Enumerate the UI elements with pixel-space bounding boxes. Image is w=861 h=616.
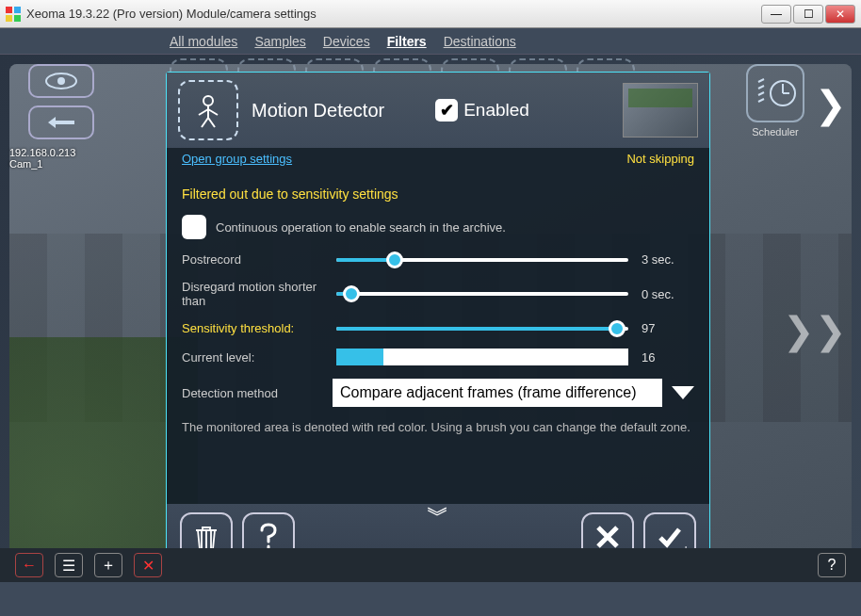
- top-nav: All modules Samples Devices Filters Dest…: [0, 28, 861, 55]
- bottom-toolbar: ← ☰ ＋ ✕ ?: [0, 548, 861, 582]
- maximize-button[interactable]: ☐: [793, 5, 823, 24]
- nav-samples[interactable]: Samples: [254, 34, 305, 49]
- eye-icon: [42, 72, 80, 90]
- enabled-checkbox[interactable]: ✔: [435, 99, 458, 122]
- svg-rect-2: [6, 15, 12, 22]
- back-icon-button[interactable]: [28, 105, 94, 139]
- detection-method-label: Detection method: [182, 386, 323, 400]
- current-level-value: 16: [642, 350, 694, 365]
- svg-rect-1: [14, 7, 21, 13]
- dialog-title: Motion Detector: [252, 100, 384, 122]
- motion-detector-dialog: Motion Detector ✔ Enabled Open group set…: [166, 72, 710, 571]
- disregard-label: Disregard motion shorter than: [182, 280, 323, 308]
- app-icon: [6, 7, 21, 22]
- minimize-button[interactable]: —: [761, 5, 791, 24]
- postrecord-slider[interactable]: [336, 258, 628, 262]
- back-button[interactable]: ←: [15, 553, 43, 577]
- back-arrow-icon: [42, 113, 80, 132]
- eye-icon-button[interactable]: [28, 64, 94, 98]
- scheduler-label: Scheduler: [752, 126, 799, 138]
- motion-detector-icon: [178, 80, 238, 140]
- trash-icon: [193, 523, 219, 551]
- postrecord-value: 3 sec.: [642, 252, 694, 267]
- open-group-settings-link[interactable]: Open group settings: [182, 152, 292, 166]
- scheduler-icon: [746, 64, 804, 122]
- skip-status: Not skipping: [626, 152, 694, 166]
- postrecord-label: Postrecord: [182, 252, 323, 267]
- detection-method-select[interactable]: Compare adjacent frames (frame differenc…: [333, 379, 662, 407]
- delete-x-button[interactable]: ✕: [134, 553, 162, 577]
- list-button[interactable]: ☰: [55, 553, 83, 577]
- enabled-label: Enabled: [463, 100, 529, 121]
- filtered-message: Filtered out due to sensitivity settings: [182, 186, 694, 202]
- scheduler-module[interactable]: Scheduler: [746, 64, 804, 138]
- window-title: Xeoma 19.3.22 (Pro version) Module/camer…: [26, 7, 761, 21]
- sensitivity-value: 97: [642, 321, 694, 335]
- close-icon: [594, 524, 621, 550]
- current-level-label: Current level:: [182, 350, 323, 365]
- close-button[interactable]: ✕: [825, 5, 855, 24]
- nav-filters[interactable]: Filters: [387, 34, 427, 49]
- chevron-down-icon: ︾: [427, 500, 449, 530]
- svg-point-9: [203, 96, 213, 105]
- svg-rect-3: [14, 15, 21, 22]
- nav-all-modules[interactable]: All modules: [170, 34, 237, 49]
- svg-rect-0: [6, 7, 12, 13]
- svg-point-5: [57, 77, 65, 85]
- disregard-slider[interactable]: [336, 292, 628, 296]
- camera-ip: 192.168.0.213: [9, 147, 75, 158]
- window-titlebar: Xeoma 19.3.22 (Pro version) Module/camer…: [0, 0, 861, 28]
- sensitivity-slider[interactable]: [336, 327, 628, 331]
- sensitivity-label: Sensitivity threshold:: [182, 321, 323, 335]
- question-icon: [258, 523, 279, 551]
- dropdown-arrow-icon[interactable]: [672, 386, 694, 399]
- nav-devices[interactable]: Devices: [323, 34, 370, 49]
- disregard-value: 0 sec.: [642, 287, 694, 301]
- nav-destinations[interactable]: Destinations: [444, 34, 516, 49]
- add-button[interactable]: ＋: [94, 553, 122, 577]
- camera-name: Cam_1: [9, 158, 75, 170]
- camera-preview-thumbnail[interactable]: [623, 83, 698, 138]
- continuous-checkbox[interactable]: [182, 215, 206, 239]
- continuous-label: Continuous operation to enable search in…: [216, 220, 506, 235]
- help-icon-button[interactable]: ?: [818, 553, 846, 577]
- camera-label: 192.168.0.213 Cam_1: [9, 147, 75, 170]
- zone-note: The monitored area is denoted with red c…: [182, 420, 694, 436]
- workspace: 192.168.0.213 Cam_1 Scheduler ❯ ❯❯ Motio…: [0, 55, 861, 582]
- next-arrow-icon[interactable]: ❯❯: [783, 309, 847, 352]
- next-arrow-icon[interactable]: ❯: [815, 83, 847, 126]
- current-level-bar: [336, 349, 628, 365]
